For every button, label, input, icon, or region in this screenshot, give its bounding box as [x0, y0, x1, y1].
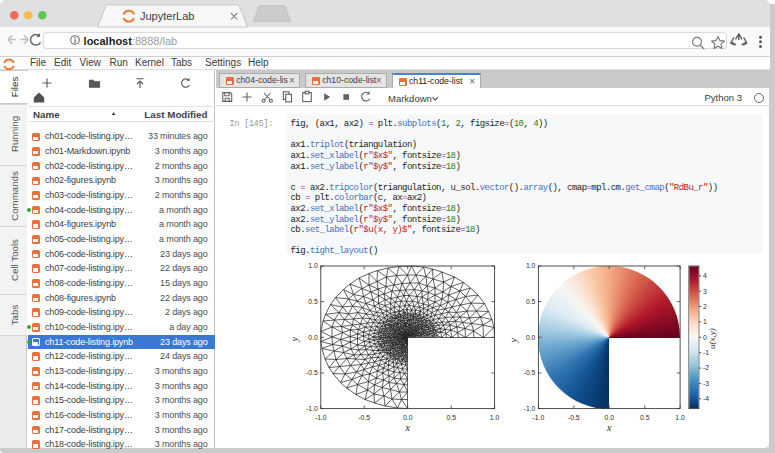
svg-text:2: 2: [703, 303, 707, 310]
svg-text:0.0: 0.0: [403, 414, 413, 421]
svg-text:0.0: 0.0: [308, 334, 318, 341]
svg-text:0.5: 0.5: [308, 298, 318, 305]
svg-text:-0.5: -0.5: [524, 369, 536, 376]
svg-text:1: 1: [703, 318, 707, 325]
svg-text:-4: -4: [703, 395, 709, 402]
svg-text:u(x,y): u(x,y): [707, 328, 717, 349]
svg-text:-1.0: -1.0: [533, 414, 545, 421]
svg-text:4: 4: [703, 272, 707, 279]
svg-text:x: x: [405, 422, 411, 433]
svg-text:0.5: 0.5: [640, 414, 650, 421]
svg-text:-0.5: -0.5: [306, 369, 318, 376]
svg-text:3: 3: [703, 288, 707, 295]
svg-text:0.0: 0.0: [526, 334, 536, 341]
svg-text:-1.0: -1.0: [315, 414, 327, 421]
svg-text:1.0: 1.0: [308, 262, 318, 269]
svg-text:-2: -2: [703, 364, 709, 371]
svg-text:-0.5: -0.5: [568, 414, 580, 421]
svg-text:-1: -1: [703, 349, 709, 356]
svg-text:y: y: [508, 338, 519, 344]
svg-text:-0.5: -0.5: [358, 414, 370, 421]
svg-text:0.0: 0.0: [604, 414, 614, 421]
svg-text:1.0: 1.0: [675, 414, 685, 421]
svg-text:-1.0: -1.0: [306, 405, 318, 412]
svg-text:-3: -3: [703, 380, 709, 387]
svg-text:-1.0: -1.0: [524, 405, 536, 412]
svg-text:x: x: [606, 422, 612, 433]
svg-text:0.5: 0.5: [446, 414, 456, 421]
svg-text:1.0: 1.0: [526, 262, 536, 269]
svg-text:1.0: 1.0: [490, 414, 500, 421]
svg-text:0.5: 0.5: [526, 298, 536, 305]
svg-text:y: y: [289, 337, 300, 343]
